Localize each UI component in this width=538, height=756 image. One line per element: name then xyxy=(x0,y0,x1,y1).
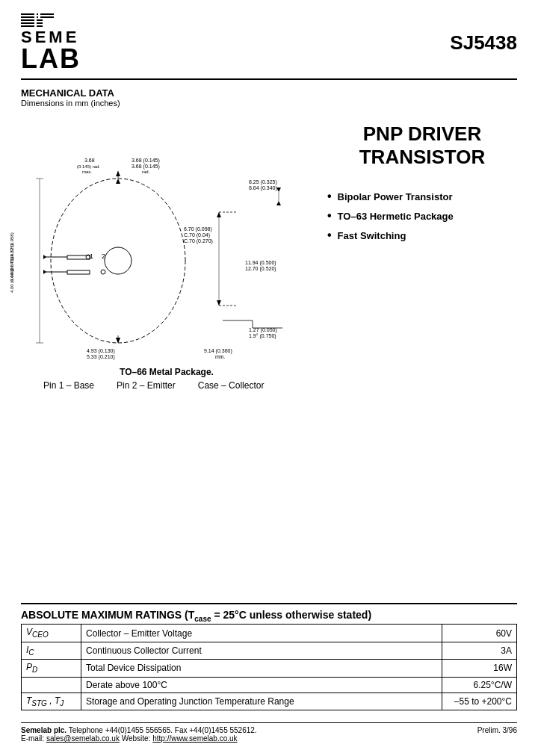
value-cell: –55 to +200°C xyxy=(442,693,517,710)
svg-text:3.68 (0.145): 3.68 (0.145) xyxy=(132,164,160,170)
value-cell: 16W xyxy=(442,660,517,677)
svg-text:11.94 (0.500): 11.94 (0.500) xyxy=(245,260,276,266)
desc-cell: Collector – Emitter Voltage xyxy=(81,625,442,642)
footer-website-link[interactable]: http://www.semelab.co.uk xyxy=(152,734,237,743)
feature-item-2: TO–63 Hermetic Package xyxy=(327,209,517,223)
pin-labels: Pin 1 – Base Pin 2 – Emitter Case – Coll… xyxy=(21,380,312,391)
ratings-title: ABSOLUTE MAXIMUM RATINGS (Tcase = 25°C u… xyxy=(21,609,517,623)
symbol-cell: IC xyxy=(22,642,81,659)
footer-company: Semelab plc. Telephone +44(0)1455 556565… xyxy=(21,726,257,734)
footer-email-link[interactable]: sales@semelab.co.uk xyxy=(46,734,120,743)
svg-marker-27 xyxy=(276,188,281,192)
footer-website-label: Website: xyxy=(122,734,153,743)
footer-left: Semelab plc. Telephone +44(0)1455 556565… xyxy=(21,726,257,743)
svg-text:max.: max. xyxy=(82,170,92,174)
svg-text:(0.145) rad.: (0.145) rad. xyxy=(77,164,100,169)
transistor-diagram: 1 2 xyxy=(21,115,312,362)
pin-section: TO–66 Metal Package. Pin 1 – Base Pin 2 … xyxy=(21,367,312,391)
svg-marker-28 xyxy=(276,201,281,205)
table-row: TSTG , TJ Storage and Operating Junction… xyxy=(22,693,517,710)
logo-area: SEME LAB xyxy=(21,13,81,72)
svg-text:8.25 (0.325): 8.25 (0.325) xyxy=(249,179,277,185)
svg-point-11 xyxy=(101,270,105,274)
table-row: PD Total Device Dissipation 16W xyxy=(22,660,517,677)
value-cell: 60V xyxy=(442,625,517,642)
svg-text:8.64 (0.340): 8.64 (0.340) xyxy=(249,185,277,191)
symbol-cell xyxy=(22,677,81,693)
footer: Semelab plc. Telephone +44(0)1455 556565… xyxy=(21,722,517,743)
svg-text:C.70 (0.04): C.70 (0.04) xyxy=(184,232,210,238)
features-area: PNP DRIVERTRANSISTOR Bipolar Power Trans… xyxy=(312,123,517,492)
symbol-cell: VCEO xyxy=(22,625,81,642)
feature-item-1: Bipolar Power Transistor xyxy=(327,190,517,203)
svg-point-9 xyxy=(105,247,132,274)
ratings-table: VCEO Collector – Emitter Voltage 60V IC … xyxy=(21,624,517,710)
main-content: 1 2 xyxy=(21,115,517,492)
features-list: Bipolar Power Transistor TO–63 Hermetic … xyxy=(327,190,517,248)
symbol-cell: TSTG , TJ xyxy=(22,693,81,710)
svg-rect-2 xyxy=(67,270,90,274)
value-cell: 3A xyxy=(442,642,517,659)
footer-telephone: Telephone +44(0)1455 556565. xyxy=(69,726,173,734)
page: SEME LAB SJ5438 MECHANICAL DATA Dimensio… xyxy=(0,0,538,756)
table-row: Derate above 100°C 6.25°C/W xyxy=(22,677,517,693)
table-row: VCEO Collector – Emitter Voltage 60V xyxy=(22,625,517,642)
footer-fax: Fax +44(0)1455 552612. xyxy=(175,726,257,734)
desc-cell: Derate above 100°C xyxy=(81,677,442,693)
logo-icon xyxy=(21,13,54,27)
pnp-title: PNP DRIVERTRANSISTOR xyxy=(327,123,517,169)
svg-marker-45 xyxy=(116,179,120,184)
svg-text:C.70 (0.270): C.70 (0.270) xyxy=(184,238,213,244)
desc-cell: Storage and Operating Junction Temperatu… xyxy=(81,693,442,710)
svg-text:4.00 (0.000): 4.00 (0.000) xyxy=(10,269,14,293)
desc-cell: Continuous Collector Current xyxy=(81,642,442,659)
logo-lab: LAB xyxy=(21,46,81,72)
svg-marker-55 xyxy=(217,300,221,306)
package-label: TO–66 Metal Package. xyxy=(21,367,312,377)
svg-marker-8 xyxy=(43,270,46,274)
feature-item-3: Fast Switching xyxy=(327,229,517,242)
svg-text:1.9° (0.750): 1.9° (0.750) xyxy=(249,333,276,339)
value-cell: 6.25°C/W xyxy=(442,677,517,693)
svg-marker-7 xyxy=(43,255,46,259)
mechanical-section: MECHANICAL DATA Dimensions in mm (inches… xyxy=(21,87,517,108)
svg-text:9.14 (0.360): 9.14 (0.360) xyxy=(204,348,232,354)
pin2-label: Pin 2 – Emitter xyxy=(117,380,176,391)
svg-text:4.93 (0.130): 4.93 (0.130) xyxy=(87,348,115,354)
mechanical-title: MECHANICAL DATA xyxy=(21,87,517,99)
svg-marker-54 xyxy=(217,212,221,217)
diagram-area: 1 2 xyxy=(21,115,312,492)
footer-prelim: Prelim. 3/96 xyxy=(477,726,517,734)
svg-text:min.: min. xyxy=(215,354,225,359)
footer-contact: E-mail: sales@semelab.co.uk Website: htt… xyxy=(21,734,257,743)
ratings-section: ABSOLUTE MAXIMUM RATINGS (Tcase = 25°C u… xyxy=(21,603,517,710)
svg-text:3.68 (0.145): 3.68 (0.145) xyxy=(132,158,160,164)
svg-text:3.68: 3.68 xyxy=(84,158,95,163)
svg-marker-46 xyxy=(116,338,120,343)
svg-text:5.33 (0.210): 5.33 (0.210) xyxy=(87,354,115,360)
case-label: Case – Collector xyxy=(198,380,265,391)
table-row: IC Continuous Collector Current 3A xyxy=(22,642,517,659)
svg-point-0 xyxy=(51,179,185,343)
pin1-label: Pin 1 – Base xyxy=(43,380,94,391)
svg-text:rad.: rad. xyxy=(142,170,150,174)
header: SEME LAB SJ5438 xyxy=(21,13,517,80)
desc-cell: Total Device Dissipation xyxy=(81,660,442,677)
svg-text:6.70 (0.098): 6.70 (0.098) xyxy=(184,226,212,232)
symbol-cell: PD xyxy=(22,660,81,677)
mechanical-subtitle: Dimensions in mm (inches) xyxy=(21,99,517,108)
footer-email-label: E-mail: xyxy=(21,734,46,743)
svg-text:12.70 (0.520): 12.70 (0.520) xyxy=(245,266,276,272)
part-number: SJ5438 xyxy=(450,31,517,55)
svg-marker-13 xyxy=(116,171,120,176)
